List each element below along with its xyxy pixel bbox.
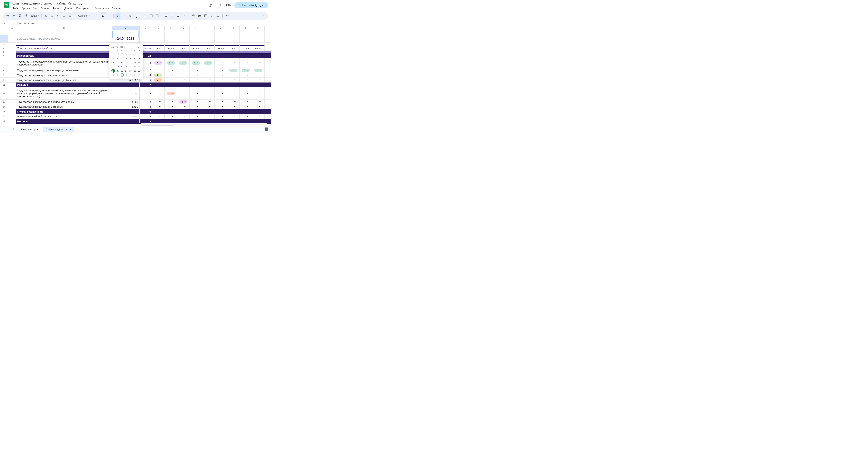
dp-day-13[interactable]: 13 [124,61,128,64]
dropdown-chip[interactable] [154,93,162,94]
dropdown-chip[interactable] [204,116,212,117]
dropdown-chip[interactable] [217,62,225,64]
chip-cell[interactable] [240,73,252,78]
dropdown-chip[interactable]: 1 [254,68,262,72]
chip-cell[interactable] [190,99,202,104]
dropdown-chip[interactable]: 1 [192,61,200,65]
dropdown-chip[interactable] [229,101,237,102]
dropdown-chip[interactable] [254,79,262,81]
dp-day-2[interactable]: 2 [116,73,120,77]
chip-cell[interactable] [202,105,215,109]
chip-cell[interactable] [152,99,164,104]
chip-cell[interactable] [152,114,164,119]
chip-cell[interactable] [177,73,190,78]
chip-cell[interactable] [202,99,215,104]
move-icon[interactable] [73,2,76,5]
dropdown-chip[interactable]: 1 [179,61,187,65]
cell-participants[interactable]: Участники процесса найма [16,46,112,51]
dropdown-chip[interactable]: 2 [154,61,162,65]
dp-day-7[interactable]: 7 [137,73,141,77]
chip-cell[interactable] [177,114,190,119]
dp-day-27[interactable]: 27 [112,53,115,56]
dropdown-chip[interactable]: 1 [229,68,237,72]
row-header-2[interactable]: 2 [0,35,8,42]
dp-day-30[interactable]: 30 [124,53,128,56]
chip-cell[interactable] [190,78,202,82]
select-all-corner[interactable] [0,26,8,30]
chart-button[interactable] [203,13,209,19]
chip-cell[interactable] [215,87,227,99]
chip-cell[interactable] [164,78,177,82]
chip-cell[interactable] [202,78,215,82]
section-security[interactable]: Служба безопасности [16,109,112,114]
fill-color-button[interactable] [142,13,148,19]
dp-day-29[interactable]: 29 [120,53,124,56]
row-header-6[interactable]: 6 [0,53,8,58]
strike-button[interactable]: S [127,13,133,19]
dp-day-8[interactable]: 8 [133,57,137,60]
dropdown-chip[interactable] [192,69,200,71]
dp-day-29[interactable]: 29 [133,69,137,72]
rotate-button[interactable]: A▾ [182,13,187,19]
format-percent[interactable]: % [49,13,55,19]
dropdown-chip[interactable] [179,79,187,81]
chip-cell[interactable] [164,68,177,72]
chip-cell[interactable] [152,105,164,109]
chip-cell[interactable] [202,87,215,99]
chip-cell[interactable] [215,99,227,104]
chip-cell[interactable] [215,78,227,82]
text-color-button[interactable]: A [134,13,139,19]
dp-day-16[interactable]: 16 [137,61,141,64]
row-header-9[interactable]: 9 [0,73,8,78]
dp-day-4[interactable]: 4 [116,57,120,60]
dropdown-chip[interactable] [167,106,175,108]
wrap-button[interactable]: ▾ [176,13,181,19]
chip-cell[interactable] [215,58,227,68]
dropdown-chip[interactable] [179,74,187,76]
link-button[interactable] [190,13,196,19]
sheet-tab-calculator[interactable]: Калькулятор [19,127,41,132]
meet-icon[interactable]: ▾ [225,2,231,8]
dropdown-chip[interactable] [254,116,262,117]
chip-cell[interactable] [227,105,240,109]
chip-cell[interactable] [202,114,215,119]
chip-cell[interactable]: 1 [190,58,202,68]
dropdown-chip[interactable] [192,93,200,94]
font-size-dec[interactable]: − [94,13,100,19]
chip-cell[interactable] [240,105,252,109]
italic-button[interactable]: I [121,13,127,19]
chip-cell[interactable] [227,114,240,119]
dp-day-7[interactable]: 7 [129,57,132,60]
dp-day-11[interactable]: 11 [116,61,120,64]
bold-button[interactable]: B [115,13,121,19]
chip-cell[interactable] [164,114,177,119]
chip-cell[interactable] [177,68,190,72]
dropdown-chip[interactable] [179,106,187,108]
format-currency[interactable]: р. [43,13,49,19]
dp-day-23[interactable]: 23 [137,65,141,68]
dropdown-chip[interactable]: 3 [167,92,175,95]
py-button[interactable]: Py▾ [224,13,229,19]
chip-cell[interactable]: 5 [152,78,164,82]
dropdown-chip[interactable] [254,93,262,94]
row-header-8[interactable]: 8 [0,68,8,73]
share-button[interactable]: Настройки Доступа [235,2,268,8]
row-header-11[interactable]: 11 [0,83,8,87]
chip-cell[interactable]: 1 [252,68,265,72]
dropdown-chip[interactable]: 2 [179,100,187,104]
chip-cell[interactable]: 2 [152,58,164,68]
dropdown-chip[interactable] [179,116,187,117]
dropdown-chip[interactable] [254,101,262,102]
chip-cell[interactable]: 2 [177,99,190,104]
dp-day-25[interactable]: 25 [116,69,120,72]
section-mentor[interactable]: Наставник [16,119,112,124]
dp-day-26[interactable]: 26 [120,69,124,72]
font-select[interactable]: Cuprum▾ [76,14,91,17]
dp-next[interactable]: › [141,46,141,48]
chip-cell[interactable]: 1 [240,68,252,72]
dp-day-2[interactable]: 2 [137,53,141,56]
dp-day-3[interactable]: 3 [112,57,115,60]
dp-day-1[interactable]: 1 [112,73,115,77]
dropdown-chip[interactable] [254,74,262,76]
chip-cell[interactable] [215,105,227,109]
